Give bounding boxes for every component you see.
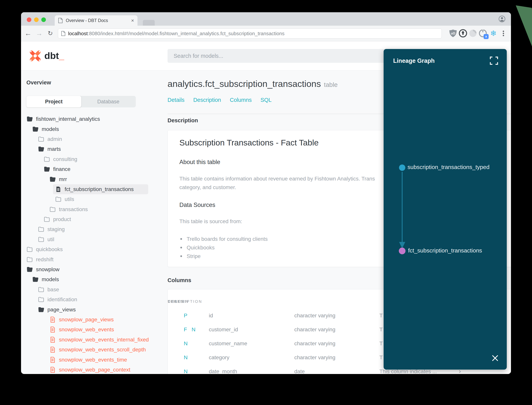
tree-item-label: snowplow_page_views — [59, 317, 114, 323]
model-nav-tab[interactable]: Details — [168, 97, 184, 103]
file-error-icon — [49, 357, 56, 363]
tree-item[interactable]: fct_subscription_transactions — [53, 184, 148, 194]
model-nav-tab[interactable]: Columns — [230, 97, 252, 103]
tree-item-icon — [49, 326, 56, 333]
tree-item[interactable]: admin — [21, 134, 166, 144]
folder-open-icon — [38, 146, 44, 152]
onepassword-icon[interactable] — [458, 29, 467, 38]
tree-item[interactable]: snowplow_web_events_internal_fixed — [21, 335, 166, 345]
folder-closed-icon — [38, 136, 44, 142]
lineage-close-icon[interactable] — [490, 353, 500, 363]
tree-item[interactable]: product — [21, 214, 166, 224]
tree-item-icon — [49, 176, 56, 182]
cell-type: character varying — [294, 354, 335, 361]
search-input[interactable] — [168, 49, 405, 63]
close-window-button[interactable] — [27, 17, 31, 22]
reload-button[interactable]: ↻ — [46, 26, 55, 41]
tree-item[interactable]: snowplow_web_events_time — [21, 355, 166, 364]
swirl-icon[interactable] — [468, 29, 478, 38]
folder-open-icon — [26, 266, 33, 273]
zoom-window-button[interactable] — [41, 17, 46, 22]
tree-item-label: staging — [47, 226, 65, 232]
tree-item[interactable]: transactions — [21, 204, 166, 214]
data-sources-heading: Data Sources — [179, 202, 215, 209]
new-tab-button[interactable] — [143, 20, 155, 26]
data-source-item: Trello boards for consulting clients — [180, 235, 268, 243]
tree-item-label: fishtown_internal_analytics — [36, 116, 100, 122]
tree-item-icon — [44, 216, 50, 223]
tree-item-label: mrr — [59, 176, 67, 182]
tree-item-label: product — [53, 216, 71, 223]
tree-item-label: transactions — [59, 206, 88, 212]
column-header: DESCRIPTION — [168, 299, 202, 304]
tree-item[interactable]: staging — [21, 224, 166, 234]
page-title: analytics.fct_subscription_transactionst… — [168, 79, 338, 89]
tree-item-label: snowplow_web_events_internal_fixed — [59, 337, 149, 343]
tree-item[interactable]: identification — [21, 295, 166, 304]
cell-tests: N — [184, 354, 189, 361]
snowflake-icon[interactable]: ❄ — [489, 29, 498, 38]
power-x-icon[interactable]: x — [478, 29, 487, 38]
tree-item[interactable]: base — [21, 285, 166, 295]
desktop-wallpaper-sliver — [509, 5, 532, 47]
tree-item-icon — [32, 276, 39, 283]
tree-item-icon — [26, 116, 33, 122]
tree-item[interactable]: snowplow_web_events — [21, 325, 166, 335]
folder-open-icon — [49, 176, 56, 182]
tree-item[interactable]: models — [21, 275, 166, 284]
tree-item[interactable]: quickbooks — [21, 244, 166, 254]
tree-item[interactable]: consulting — [21, 154, 166, 164]
tab-close-icon[interactable]: × — [131, 18, 134, 24]
tree-item[interactable]: mrr — [21, 174, 166, 184]
cell-type: character varying — [294, 313, 335, 319]
tree-item[interactable]: fishtown_internal_analytics — [21, 114, 166, 124]
model-nav-tab[interactable]: Description — [193, 97, 221, 103]
tree-item[interactable]: models — [21, 124, 166, 134]
folder-closed-icon — [38, 296, 44, 303]
folder-closed-icon — [55, 196, 62, 202]
profile-avatar[interactable] — [499, 16, 505, 22]
minimize-window-button[interactable] — [34, 17, 39, 22]
tree-item-icon — [49, 206, 56, 213]
lineage-node-label[interactable]: subscription_transactions_typed — [407, 164, 490, 170]
tree-item[interactable]: utils — [21, 194, 166, 204]
tree-item-label: models — [42, 126, 59, 132]
file-error-icon — [49, 316, 56, 323]
forward-button: → — [35, 26, 44, 41]
browser-tab[interactable]: Overview - DBT Docs × — [55, 15, 138, 26]
browser-toolbar: ← → ↻ localhost:8080/index.html#!/model/… — [21, 26, 511, 41]
tree-item[interactable]: snowplow_web_page_context — [21, 365, 166, 374]
tree-item-label: snowplow_web_page_context — [59, 367, 131, 373]
tree-item[interactable]: snowplow — [21, 264, 166, 275]
tree-item[interactable]: snowplow_web_events_scroll_depth — [21, 345, 166, 355]
cell-column: id — [209, 313, 213, 319]
cell-column: customer_id — [209, 326, 238, 333]
cell-tests: N — [184, 368, 189, 374]
url-bar[interactable]: localhost:8080/index.html#!/model/model.… — [58, 28, 442, 39]
model-nav-tab[interactable]: SQL — [260, 97, 272, 103]
dbt-logo[interactable] — [29, 49, 42, 62]
cell-column: date_month — [209, 368, 237, 374]
tree-item-icon — [32, 126, 39, 132]
tree-item-icon — [38, 296, 44, 303]
about-text-line2: category, and customer. — [179, 184, 236, 190]
tree-item-label: fct_subscription_transactions — [65, 186, 134, 192]
lineage-node-dot — [399, 248, 406, 254]
tree-item-label: snowplow_web_events — [59, 326, 114, 333]
back-button[interactable]: ← — [24, 26, 33, 41]
cell-tests: F N — [184, 326, 197, 333]
tree-item[interactable]: finance — [21, 164, 166, 174]
about-heading: About this table — [179, 159, 220, 166]
tab-database[interactable]: Database — [81, 96, 136, 107]
tab-project[interactable]: Project — [26, 96, 81, 107]
tab-title: Overview - DBT Docs — [66, 18, 108, 23]
tree-item[interactable]: util — [21, 235, 166, 244]
tree-item[interactable]: snowplow_page_views — [21, 315, 166, 325]
ublock-shield-icon[interactable]: uO — [448, 29, 458, 38]
file-tree: fishtown_internal_analytics models — [21, 114, 166, 374]
tree-item[interactable]: redshift — [21, 254, 166, 264]
browser-menu-kebab-icon[interactable] — [499, 29, 508, 38]
tree-item[interactable]: marts — [21, 144, 166, 154]
tree-item[interactable]: page_views — [21, 304, 166, 314]
lineage-node-label[interactable]: fct_subscription_transactions — [408, 247, 482, 254]
